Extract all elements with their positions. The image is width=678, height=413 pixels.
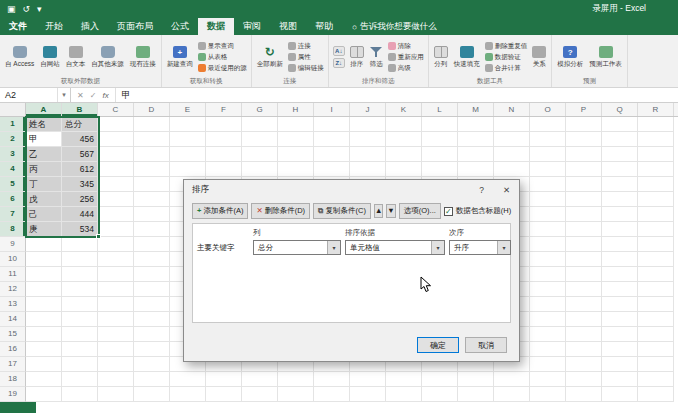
- cell-D5[interactable]: [134, 177, 170, 192]
- row-header-17[interactable]: 17: [0, 357, 26, 372]
- name-box-dropdown-icon[interactable]: ▾: [58, 88, 71, 102]
- cell-A4[interactable]: 丙: [26, 162, 62, 177]
- flash-fill-button[interactable]: 快速填充: [452, 37, 482, 77]
- cell-Q11[interactable]: [602, 267, 638, 282]
- cell-A1[interactable]: 姓名: [26, 117, 62, 132]
- sorton-select[interactable]: 单元格值 ▾: [345, 240, 445, 255]
- row-header-8[interactable]: 8: [0, 222, 26, 237]
- insert-function-icon[interactable]: fx: [102, 91, 108, 100]
- cell-O14[interactable]: [530, 312, 566, 327]
- dialog-close-icon[interactable]: ✕: [494, 180, 519, 200]
- row-header-13[interactable]: 13: [0, 297, 26, 312]
- cell-O9[interactable]: [530, 237, 566, 252]
- cell-G1[interactable]: [242, 117, 278, 132]
- cell-R7[interactable]: [638, 207, 674, 222]
- cell-I3[interactable]: [314, 147, 350, 162]
- relationships-button[interactable]: 关系: [530, 37, 548, 77]
- cell-P16[interactable]: [566, 342, 602, 357]
- cell-B16[interactable]: [62, 342, 98, 357]
- cell-B15[interactable]: [62, 327, 98, 342]
- cell-B1[interactable]: 总分: [62, 117, 98, 132]
- cell-P8[interactable]: [566, 222, 602, 237]
- column-header-C[interactable]: C: [98, 103, 134, 116]
- sort-button[interactable]: 排序: [348, 37, 366, 77]
- column-header-J[interactable]: J: [350, 103, 386, 116]
- cell-J3[interactable]: [350, 147, 386, 162]
- cell-P17[interactable]: [566, 357, 602, 372]
- cell-D11[interactable]: [134, 267, 170, 282]
- cell-D2[interactable]: [134, 132, 170, 147]
- from-table-button[interactable]: 从表格: [197, 53, 248, 62]
- cell-P10[interactable]: [566, 252, 602, 267]
- sort-descending-button[interactable]: Z↓: [332, 58, 346, 68]
- cell-E1[interactable]: [170, 117, 206, 132]
- cell-K4[interactable]: [386, 162, 422, 177]
- cell-C7[interactable]: [98, 207, 134, 222]
- cell-P18[interactable]: [566, 372, 602, 387]
- text-to-columns-button[interactable]: 分列: [432, 37, 450, 77]
- cell-R15[interactable]: [638, 327, 674, 342]
- cell-Q7[interactable]: [602, 207, 638, 222]
- cell-D3[interactable]: [134, 147, 170, 162]
- cell-N18[interactable]: [494, 372, 530, 387]
- cell-A18[interactable]: [26, 372, 62, 387]
- tab-公式[interactable]: 公式: [162, 17, 198, 35]
- cell-R8[interactable]: [638, 222, 674, 237]
- cell-Q18[interactable]: [602, 372, 638, 387]
- column-header-E[interactable]: E: [170, 103, 206, 116]
- cell-A11[interactable]: [26, 267, 62, 282]
- from-other-sources-button[interactable]: 自其他来源: [89, 37, 126, 77]
- from-web-button[interactable]: 自网站: [38, 37, 62, 77]
- cell-R18[interactable]: [638, 372, 674, 387]
- cell-O4[interactable]: [530, 162, 566, 177]
- column-header-F[interactable]: F: [206, 103, 242, 116]
- row-header-10[interactable]: 10: [0, 252, 26, 267]
- order-select[interactable]: 升序 ▾: [449, 240, 511, 255]
- cell-F3[interactable]: [206, 147, 242, 162]
- cell-Q10[interactable]: [602, 252, 638, 267]
- cell-L2[interactable]: [422, 132, 458, 147]
- cell-C4[interactable]: [98, 162, 134, 177]
- cell-C5[interactable]: [98, 177, 134, 192]
- cell-P5[interactable]: [566, 177, 602, 192]
- cell-C14[interactable]: [98, 312, 134, 327]
- cell-A3[interactable]: 乙: [26, 147, 62, 162]
- cell-K18[interactable]: [386, 372, 422, 387]
- column-select[interactable]: 总分 ▾: [253, 240, 341, 255]
- cell-R5[interactable]: [638, 177, 674, 192]
- cell-O16[interactable]: [530, 342, 566, 357]
- cell-R19[interactable]: [638, 387, 674, 402]
- cell-D8[interactable]: [134, 222, 170, 237]
- cell-C6[interactable]: [98, 192, 134, 207]
- cell-F18[interactable]: [206, 372, 242, 387]
- cell-K1[interactable]: [386, 117, 422, 132]
- cell-O13[interactable]: [530, 297, 566, 312]
- cell-C13[interactable]: [98, 297, 134, 312]
- column-header-A[interactable]: A: [26, 103, 62, 116]
- cell-F19[interactable]: [206, 387, 242, 402]
- cell-O1[interactable]: [530, 117, 566, 132]
- cell-O12[interactable]: [530, 282, 566, 297]
- cell-C9[interactable]: [98, 237, 134, 252]
- cell-B3[interactable]: 567: [62, 147, 98, 162]
- cell-I19[interactable]: [314, 387, 350, 402]
- cell-D16[interactable]: [134, 342, 170, 357]
- cell-Q2[interactable]: [602, 132, 638, 147]
- cell-O5[interactable]: [530, 177, 566, 192]
- cell-R17[interactable]: [638, 357, 674, 372]
- cell-R12[interactable]: [638, 282, 674, 297]
- cell-L1[interactable]: [422, 117, 458, 132]
- cell-B7[interactable]: 444: [62, 207, 98, 222]
- cell-Q17[interactable]: [602, 357, 638, 372]
- sort-ascending-button[interactable]: A↓: [332, 46, 346, 56]
- cell-R13[interactable]: [638, 297, 674, 312]
- cell-J18[interactable]: [350, 372, 386, 387]
- row-header-19[interactable]: 19: [0, 387, 26, 402]
- tellme[interactable]: ○ 告诉我你想要做什么: [352, 21, 437, 35]
- tab-插入[interactable]: 插入: [72, 17, 108, 35]
- enter-entry-icon[interactable]: ✓: [90, 91, 97, 100]
- cell-D18[interactable]: [134, 372, 170, 387]
- consolidate-button[interactable]: 合并计算: [484, 64, 529, 73]
- add-level-button[interactable]: + 添加条件(A): [192, 203, 248, 219]
- cell-L3[interactable]: [422, 147, 458, 162]
